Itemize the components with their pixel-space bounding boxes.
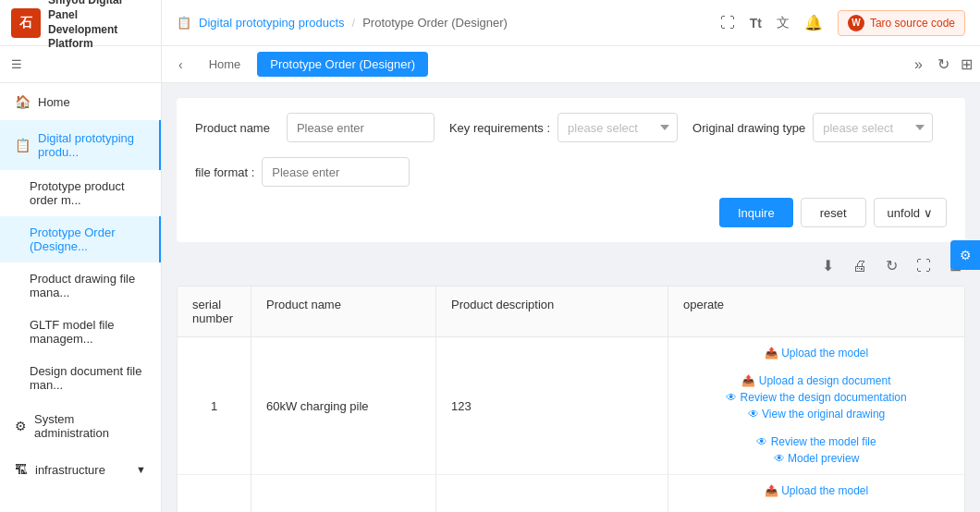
cell-serial-1: 1 bbox=[178, 337, 251, 474]
sidebar-item-gltf-label: GLTF model file managem... bbox=[30, 318, 115, 346]
breadcrumb-current: Prototype Order (Designer) bbox=[362, 16, 508, 30]
translate-icon[interactable]: 文 bbox=[777, 15, 790, 31]
print-icon[interactable]: 🖨 bbox=[849, 254, 871, 278]
sidebar-item-digital-proto-label: Digital prototyping produ... bbox=[38, 131, 144, 159]
operate-row-1-3: 👁 View the original drawing 👁 Review the… bbox=[683, 408, 949, 448]
cell-serial-2: 2 bbox=[178, 475, 251, 512]
tab-prototype-designer-label: Prototype Order (Designer) bbox=[270, 57, 415, 71]
sidebar-item-infrastructure[interactable]: 🏗 infrastructure ▼ bbox=[0, 451, 161, 488]
sidebar-item-design-doc-label: Design document file man... bbox=[30, 364, 141, 392]
inquire-button[interactable]: Inquire bbox=[719, 198, 793, 227]
bell-icon[interactable]: 🔔 bbox=[804, 14, 823, 31]
text-size-icon[interactable]: Tt bbox=[750, 16, 762, 30]
breadcrumb-root[interactable]: Digital prototyping products bbox=[199, 16, 345, 30]
expand-icon[interactable]: ⛶ bbox=[720, 15, 735, 31]
table-toolbar: ⬇ 🖨 ↻ ⛶ ⊞ bbox=[177, 253, 965, 278]
col-header-description: Product description bbox=[436, 286, 668, 336]
operate-row-1-2: 👁 Review the design documentation bbox=[726, 391, 906, 404]
chevron-down-icon: ▼ bbox=[136, 464, 146, 475]
filter-row-1: Product name Key requirements : please s… bbox=[195, 113, 947, 187]
tab-actions: » ↻ ⊞ bbox=[911, 52, 973, 77]
reset-button[interactable]: reset bbox=[801, 198, 866, 227]
col-header-product-name: Product name bbox=[251, 286, 436, 336]
breadcrumb-separator: / bbox=[352, 16, 356, 30]
table-row: 1 60kW charging pile 123 📤 Upload the mo… bbox=[178, 337, 964, 475]
sidebar-item-prototype-designer[interactable]: Prototype Order (Designe... bbox=[0, 216, 161, 262]
cell-product-name-1: 60kW charging pile bbox=[251, 337, 436, 474]
product-name-label: Product name bbox=[195, 121, 270, 135]
table-row: 2 Charging pile Schematic diagram of the… bbox=[178, 475, 964, 512]
operate-row-1-1: 📤 Upload the model 📤 Upload a design doc… bbox=[683, 347, 949, 387]
taro-label: Taro source code bbox=[870, 17, 955, 30]
refresh-icon[interactable]: ↻ bbox=[882, 253, 901, 278]
apps-grid-icon[interactable]: ⊞ bbox=[961, 55, 973, 73]
product-name-input[interactable] bbox=[287, 113, 435, 142]
upload-model-link-2[interactable]: 📤 Upload the model bbox=[765, 484, 868, 497]
col-header-operate: operate bbox=[668, 286, 964, 336]
sidebar-item-system-admin-label: System administration bbox=[34, 412, 146, 440]
breadcrumb: 📋 Digital prototyping products / Prototy… bbox=[177, 16, 508, 30]
filter-original-drawing-type: Original drawing type please select bbox=[692, 113, 933, 142]
gear-icon: ⚙ bbox=[15, 419, 27, 433]
cell-product-name-2: Charging pile bbox=[251, 475, 436, 512]
tab-home-label: Home bbox=[209, 57, 241, 71]
sidebar-item-gltf[interactable]: GLTF model file managem... bbox=[0, 309, 161, 355]
settings-fab[interactable]: ⚙ bbox=[950, 240, 980, 270]
sidebar-item-digital-proto[interactable]: 📋 Digital prototyping produ... bbox=[0, 120, 161, 170]
logo-text: Shiyou Digital PanelDevelopment Platform bbox=[48, 0, 150, 52]
tab-home[interactable]: Home bbox=[196, 52, 254, 77]
taro-logo-icon: W bbox=[848, 15, 864, 31]
filter-panel: Product name Key requirements : please s… bbox=[177, 98, 965, 242]
review-design-doc-link-1[interactable]: 👁 Review the design documentation bbox=[726, 391, 906, 404]
sidebar-item-system-admin[interactable]: ⚙ System administration bbox=[0, 401, 161, 451]
upload-design-doc-link-1[interactable]: 📤 Upload a design document bbox=[741, 374, 890, 387]
file-format-input[interactable] bbox=[262, 157, 410, 187]
home-icon: 🏠 bbox=[15, 94, 31, 109]
cell-description-1: 123 bbox=[436, 337, 668, 474]
sidebar-item-prototype-order-label: Prototype product order m... bbox=[30, 179, 125, 207]
upload-model-link-1[interactable]: 📤 Upload the model bbox=[765, 347, 868, 360]
sidebar-collapse-button[interactable]: ‹ bbox=[169, 52, 192, 78]
col-header-serial: serial number bbox=[178, 286, 251, 336]
filter-file-format: file format : bbox=[195, 157, 410, 187]
sidebar-item-drawing-file-label: Product drawing file mana... bbox=[30, 272, 135, 299]
original-drawing-type-label: Original drawing type bbox=[692, 121, 805, 135]
filter-product-name: Product name bbox=[195, 113, 435, 142]
more-tabs-icon[interactable]: » bbox=[911, 53, 926, 77]
digital-proto-icon: 📋 bbox=[15, 138, 31, 152]
view-original-drawing-link-1[interactable]: 👁 View the original drawing bbox=[748, 408, 886, 421]
filter-actions: Inquire reset unfold ∨ bbox=[195, 198, 947, 227]
refresh-tab-button[interactable]: ↻ bbox=[934, 52, 953, 77]
download-icon[interactable]: ⬇ bbox=[818, 253, 838, 278]
unfold-chevron-icon: ∨ bbox=[924, 206, 933, 220]
menu-toggle[interactable]: ☰ bbox=[0, 46, 161, 83]
key-requirements-label: Key requirements : bbox=[449, 121, 550, 135]
sidebar-item-drawing-file[interactable]: Product drawing file mana... bbox=[0, 262, 161, 309]
cell-description-2: Schematic diagram of the charging pile bbox=[436, 475, 668, 512]
tab-bar: ‹ Home Prototype Order (Designer) » ↻ ⊞ bbox=[162, 46, 980, 83]
sidebar-item-prototype-designer-label: Prototype Order (Designe... bbox=[30, 226, 116, 253]
taro-source-code-button[interactable]: W Taro source code bbox=[838, 10, 965, 36]
table-header: serial number Product name Product descr… bbox=[178, 286, 964, 337]
sidebar: 石 Shiyou Digital PanelDevelopment Platfo… bbox=[0, 0, 162, 512]
breadcrumb-icon: 📋 bbox=[177, 16, 191, 30]
main-content: 📋 Digital prototyping products / Prototy… bbox=[162, 0, 980, 512]
file-format-label: file format : bbox=[195, 165, 254, 179]
fullscreen-icon[interactable]: ⛶ bbox=[913, 254, 935, 278]
original-drawing-type-select[interactable]: please select bbox=[813, 113, 933, 142]
sidebar-item-home[interactable]: 🏠 Home bbox=[0, 83, 161, 120]
unfold-button[interactable]: unfold ∨ bbox=[874, 198, 947, 227]
sidebar-item-home-label: Home bbox=[38, 95, 70, 109]
operate-row-1-4: 👁 Model preview bbox=[774, 452, 860, 465]
review-model-file-link-1[interactable]: 👁 Review the model file bbox=[756, 435, 876, 448]
content-area: Product name Key requirements : please s… bbox=[162, 83, 980, 512]
top-header: 📋 Digital prototyping products / Prototy… bbox=[162, 0, 980, 46]
tab-prototype-designer[interactable]: Prototype Order (Designer) bbox=[257, 52, 428, 77]
key-requirements-select[interactable]: please select bbox=[557, 113, 678, 142]
sidebar-item-design-doc[interactable]: Design document file man... bbox=[0, 355, 161, 401]
data-table: serial number Product name Product descr… bbox=[177, 286, 965, 512]
filter-key-requirements: Key requirements : please select bbox=[449, 113, 678, 142]
sidebar-item-prototype-order[interactable]: Prototype product order m... bbox=[0, 170, 161, 216]
cell-operate-2: 📤 Upload the model 📤 Upload a design doc… bbox=[668, 475, 964, 512]
model-preview-link-1[interactable]: 👁 Model preview bbox=[774, 452, 860, 465]
